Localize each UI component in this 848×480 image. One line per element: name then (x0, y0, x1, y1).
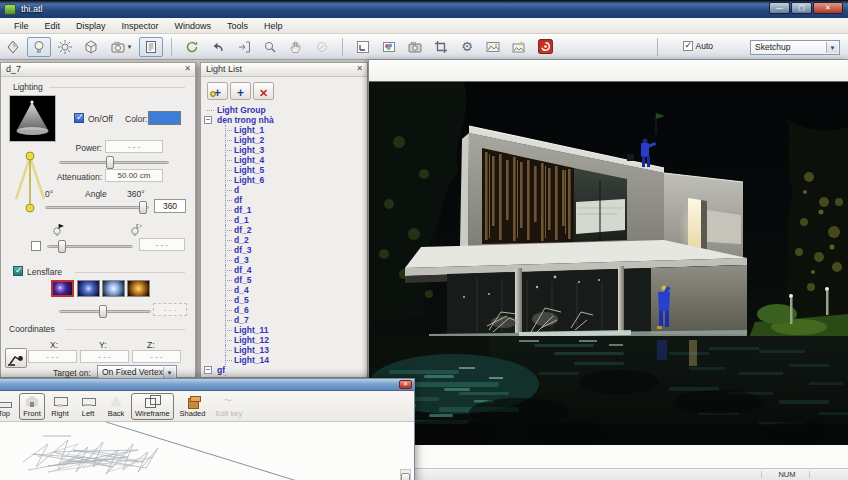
view2d-button-top[interactable]: Top (0, 393, 17, 420)
z-field[interactable]: - - - (132, 350, 181, 363)
undo-button[interactable] (206, 37, 230, 57)
tree-item-df_1[interactable]: df_1 (203, 205, 365, 215)
auto-option[interactable]: Auto (683, 41, 714, 51)
view2d-button-shaded[interactable]: Shaded (176, 393, 210, 420)
close-button[interactable]: ✕ (399, 380, 412, 389)
scrollbar-thumb[interactable] (401, 473, 410, 480)
maximize-button[interactable]: ▢ (791, 2, 812, 14)
tree-item-d_1[interactable]: d_1 (203, 215, 365, 225)
angle-value-field[interactable]: 360 (154, 199, 186, 213)
color-swatch[interactable] (148, 111, 181, 125)
minimize-button[interactable]: — (769, 2, 790, 14)
tree-item-light_1[interactable]: Light_1 (203, 375, 365, 376)
engine-combobox[interactable]: Sketchup ▼ (750, 40, 840, 55)
pan-tool-button[interactable] (284, 37, 308, 57)
shadow-field[interactable]: - - - (139, 238, 185, 251)
menu-item-tools[interactable]: Tools (219, 19, 256, 33)
tree-item-light_14[interactable]: Light_14 (203, 355, 365, 365)
inspector-list-button[interactable] (139, 37, 163, 57)
restore-view-button[interactable] (232, 37, 256, 57)
view2d-button-back[interactable]: Back (103, 393, 129, 420)
menu-item-edit[interactable]: Edit (37, 19, 69, 33)
settings-button[interactable]: ⚙ (455, 37, 479, 57)
tree-item-d_3[interactable]: d_3 (203, 255, 365, 265)
collapse-icon[interactable]: − (204, 366, 212, 374)
parallel-view-button[interactable] (310, 37, 334, 57)
lensflare-style-1[interactable] (51, 280, 74, 297)
lensflare-field[interactable]: - - - (153, 303, 187, 316)
refresh-button[interactable] (180, 37, 204, 57)
view2d-button-wireframe[interactable]: Wireframe (131, 393, 174, 420)
tree-item-d_5[interactable]: d_5 (203, 295, 365, 305)
lensflare-style-4[interactable] (127, 280, 150, 297)
collapse-icon[interactable]: − (204, 116, 212, 124)
tree-item-df_5[interactable]: df_5 (203, 275, 365, 285)
tree-item-light_6[interactable]: Light_6 (203, 175, 365, 185)
light-list-title-bar[interactable]: Light List ✕ (201, 63, 367, 77)
x-field[interactable]: - - - (28, 350, 77, 363)
close-icon[interactable]: ✕ (184, 64, 191, 73)
snapshot-button[interactable] (403, 37, 427, 57)
tree-item-d_6[interactable]: d_6 (203, 305, 365, 315)
add-light-button[interactable]: + (230, 82, 251, 100)
auto-checkbox[interactable] (683, 41, 693, 51)
crop-button[interactable] (429, 37, 453, 57)
tree-item-df[interactable]: df (203, 195, 365, 205)
menu-item-windows[interactable]: Windows (167, 19, 220, 33)
preview-header[interactable] (369, 60, 848, 82)
tree-item-df_3[interactable]: df_3 (203, 245, 365, 255)
tree-item-light_11[interactable]: Light_11 (203, 325, 365, 335)
render-final-button[interactable] (533, 37, 557, 57)
view2d-title-bar[interactable]: ✕ (0, 379, 414, 391)
shader-tool-button[interactable] (1, 37, 25, 57)
frame-setup-button[interactable] (351, 37, 375, 57)
object-tool-button[interactable] (79, 37, 103, 57)
lensflare-style-3[interactable] (102, 280, 125, 297)
tree-item-light_12[interactable]: Light_12 (203, 335, 365, 345)
power-slider[interactable] (59, 156, 169, 169)
y-field[interactable]: - - - (80, 350, 129, 363)
add-light-group-button[interactable]: + (207, 82, 228, 100)
title-bar[interactable]: thi.atl — ▢ ✕ (0, 0, 848, 18)
tree-item-df_2[interactable]: df_2 (203, 225, 365, 235)
tree-item-d_4[interactable]: d_4 (203, 285, 365, 295)
close-icon[interactable]: ✕ (356, 64, 363, 73)
tree-item-light_3[interactable]: Light_3 (203, 145, 365, 155)
camera-tool-button[interactable]: ▼ (105, 37, 137, 57)
render-viewport[interactable] (369, 82, 848, 445)
view2d-canvas[interactable] (0, 422, 414, 480)
inspector-title-bar[interactable]: d_7 ✕ (1, 63, 195, 77)
tree-item-light_13[interactable]: Light_13 (203, 345, 365, 355)
menu-item-inspector[interactable]: Inspector (114, 19, 167, 33)
angle-slider[interactable] (45, 201, 149, 214)
shadow-checkbox[interactable] (31, 241, 41, 251)
view2d-button-left[interactable]: Left (75, 393, 101, 420)
tree-item-light_4[interactable]: Light_4 (203, 155, 365, 165)
view2d-scrollbar[interactable] (400, 469, 411, 480)
tree-item-d_7[interactable]: d_7 (203, 315, 365, 325)
view2d-button-edit-key[interactable]: Edit key (211, 393, 246, 420)
lamp-target-button[interactable] (5, 348, 27, 368)
onoff-checkbox[interactable] (74, 113, 84, 123)
tree-item-d_2[interactable]: d_2 (203, 235, 365, 245)
menu-item-file[interactable]: File (6, 19, 37, 33)
view2d-button-right[interactable]: Right (47, 393, 73, 420)
shadow-slider[interactable] (47, 240, 133, 253)
tree-item-d[interactable]: d (203, 185, 365, 195)
heliodon-tool-button[interactable] (53, 37, 77, 57)
tree-item-light_5[interactable]: Light_5 (203, 165, 365, 175)
lensflare-checkbox[interactable] (13, 266, 23, 276)
tree-item-light_2[interactable]: Light_2 (203, 135, 365, 145)
insert-media-button[interactable] (377, 37, 401, 57)
attenuation-field[interactable]: 50.00 cm (105, 169, 163, 182)
render-preview-button[interactable] (481, 37, 505, 57)
lensflare-style-2[interactable] (77, 280, 100, 297)
light-preview-thumbnail[interactable] (9, 95, 56, 142)
delete-light-button[interactable]: ✕ (253, 82, 274, 100)
tree-item-light-group[interactable]: Light Group (203, 105, 365, 115)
light-tool-button[interactable] (27, 37, 51, 57)
lensflare-slider[interactable] (59, 305, 151, 318)
close-button[interactable]: ✕ (813, 2, 843, 14)
power-field[interactable]: - - - (105, 140, 163, 153)
batch-render-button[interactable] (507, 37, 531, 57)
